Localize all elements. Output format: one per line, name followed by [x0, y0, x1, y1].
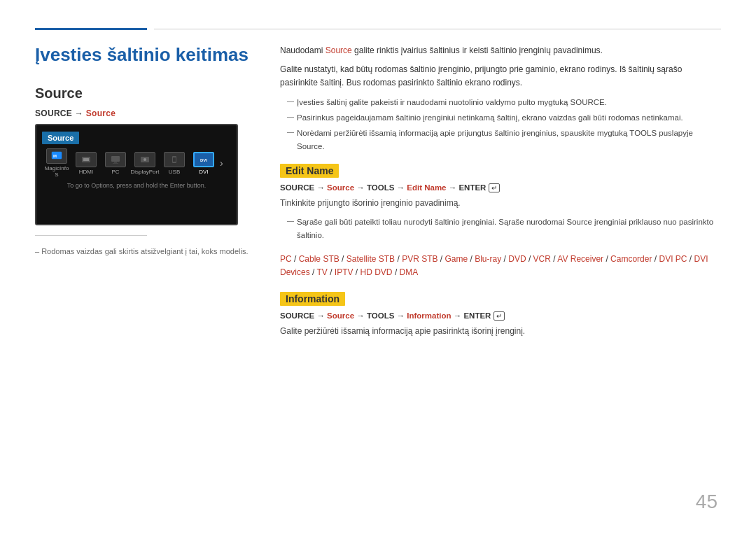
source-icon-dvi[interactable]: DVI DVI — [189, 152, 218, 175]
link-dvd: DVD — [508, 254, 526, 264]
link-camcorder: Camcorder — [610, 254, 652, 264]
intro1-link: Source — [326, 45, 352, 55]
link-cable-stb: Cable STB — [299, 254, 340, 264]
intro1-prefix: Naudodami — [280, 45, 326, 55]
svg-rect-6 — [113, 163, 118, 164]
source-icon-magicinfos[interactable]: M MagicInfo S — [42, 148, 71, 178]
information-section: Information SOURCE → Source → TOOLS → In… — [280, 292, 721, 338]
blue-line — [35, 28, 147, 30]
link-dma: DMA — [400, 267, 419, 277]
magicinfos-icon-box: M — [46, 148, 67, 164]
edit-name-path-source: Source — [327, 183, 354, 192]
link-hd-dvd: HD DVD — [360, 267, 393, 277]
svg-point-8 — [144, 158, 146, 161]
source-path: SOURCE → Source — [35, 108, 252, 118]
source-icon-hdmi[interactable]: HDMI — [71, 152, 101, 175]
link-tv: TV — [316, 267, 327, 277]
source-hint: To go to Options, press and hold the Ent… — [42, 182, 231, 189]
page-container: Įvesties šaltinio keitimas Source SOURCE… — [0, 0, 756, 534]
content-area: Įvesties šaltinio keitimas Source SOURCE… — [35, 44, 721, 506]
svg-rect-5 — [114, 162, 117, 163]
hdmi-label: HDMI — [79, 169, 93, 175]
edit-name-bullet-list: Sąraše gali būti pateikti toliau nurodyt… — [287, 216, 721, 241]
page-number: 45 — [696, 491, 718, 513]
enter-icon: ↵ — [489, 183, 500, 192]
svg-rect-4 — [111, 156, 120, 162]
left-footnote: – Rodomas vaizdas gali skirtis atsižvelg… — [35, 246, 252, 258]
bullet-item-2: Pasirinkus pageidaujamam šaltinio įrengi… — [287, 111, 721, 124]
information-path-information: Information — [407, 311, 451, 320]
magicinfos-label: MagicInfo S — [42, 165, 71, 178]
link-game: Game — [445, 254, 468, 264]
displayport-label: DisplayPort — [131, 169, 160, 175]
usb-icon-box — [164, 152, 185, 167]
edit-name-path: SOURCE → Source → TOOLS → Edit Name → EN… — [280, 183, 721, 192]
bullet-item-3: Norėdami peržiūrėti išsamią informaciją … — [287, 127, 721, 153]
information-path-source: Source — [327, 311, 354, 320]
source-path-link: Source — [86, 108, 115, 118]
intro-text-2: Galite nustatyti, kad būtų rodomas šalti… — [280, 63, 721, 90]
device-link-list: PC / Cable STB / Satellite STB / PVR STB… — [280, 253, 721, 279]
edit-name-desc: Tinkinkite prijungto išorinio įrenginio … — [280, 197, 721, 210]
source-path-prefix: SOURCE → — [35, 108, 86, 118]
pc-icon-box — [105, 152, 126, 167]
page-title: Įvesties šaltinio keitimas — [35, 44, 252, 66]
svg-text:DVI: DVI — [200, 158, 207, 162]
edit-name-title: Edit Name — [280, 164, 339, 178]
displayport-icon-box — [134, 152, 155, 167]
pc-label: PC — [111, 169, 119, 175]
source-section-heading: Source — [35, 85, 252, 101]
chevron-right-icon: › — [220, 157, 223, 169]
source-icon-pc[interactable]: PC — [101, 152, 130, 175]
intro-text-1: Naudodami Source galite rinktis įvairius… — [280, 44, 721, 57]
dvi-icon-box: DVI — [193, 152, 214, 167]
edit-name-section: Edit Name SOURCE → Source → TOOLS → Edit… — [280, 164, 721, 279]
link-dvi-pc: DVI PC — [659, 254, 687, 264]
information-title: Information — [280, 292, 345, 306]
information-path: SOURCE → Source → TOOLS → Information → … — [280, 311, 721, 321]
edit-name-bullet-1: Sąraše gali būti pateikti toliau nurodyt… — [287, 216, 721, 241]
hdmi-icon-box — [76, 152, 97, 167]
link-bluray: Blu-ray — [475, 254, 501, 264]
source-bar-label: Source — [42, 132, 79, 144]
dvi-label: DVI — [199, 169, 208, 175]
link-vcr: VCR — [533, 254, 551, 264]
left-column: Įvesties šaltinio keitimas Source SOURCE… — [35, 44, 252, 506]
intro-bullet-list: Įvesties šaltinį galite pakeisti ir naud… — [287, 96, 721, 153]
svg-rect-10 — [173, 157, 176, 162]
information-enter-icon: ↵ — [493, 311, 505, 321]
gray-line — [154, 29, 721, 29]
source-icon-displayport[interactable]: DisplayPort — [130, 152, 160, 175]
edit-name-path-editname: Edit Name — [407, 183, 446, 192]
information-desc: Galite peržiūrėti išsamią informaciją ap… — [280, 325, 721, 338]
link-pvr-stb: PVR STB — [402, 254, 438, 264]
source-icons-row: M MagicInfo S HDMI — [42, 148, 231, 178]
link-satellite-stb: Satellite STB — [346, 254, 395, 264]
link-av-receiver: AV Receiver — [557, 254, 603, 264]
left-divider — [35, 235, 147, 236]
bullet-item-1: Įvesties šaltinį galite pakeisti ir naud… — [287, 96, 721, 108]
svg-rect-3 — [83, 158, 89, 161]
usb-label: USB — [169, 169, 180, 175]
link-iptv: IPTV — [335, 267, 354, 277]
intro1-suffix: galite rinktis įvairius šaltinius ir kei… — [352, 45, 603, 55]
link-pc: PC — [280, 254, 292, 264]
source-mockup: Source M MagicInfo S — [35, 124, 238, 225]
top-decorative-lines — [35, 28, 721, 30]
svg-text:M: M — [53, 154, 57, 158]
right-column: Naudodami Source galite rinktis įvairius… — [280, 44, 721, 506]
source-icon-usb[interactable]: USB — [160, 152, 189, 175]
